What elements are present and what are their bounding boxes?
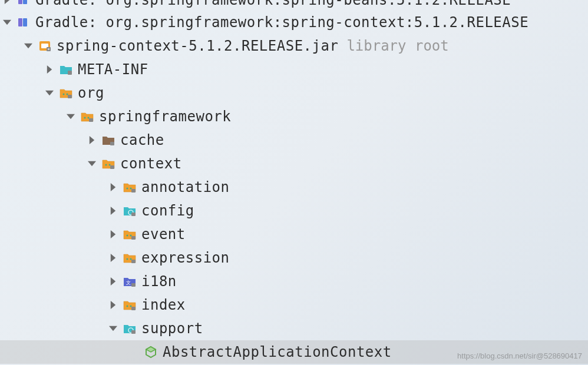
tree-label: context: [120, 155, 182, 172]
svg-rect-8: [68, 71, 72, 75]
package-icon: [123, 180, 137, 194]
tree-label: annotation: [141, 179, 230, 195]
tree-row[interactable]: spring-context-5.1.2.RELEASE.jar library…: [0, 34, 588, 58]
tree-label: spring-context-5.1.2.RELEASE.jar: [57, 38, 338, 54]
svg-rect-18: [110, 165, 114, 169]
svg-point-9: [63, 94, 65, 95]
chevron-down-icon[interactable]: [65, 111, 77, 122]
tree-row[interactable]: config: [0, 199, 588, 223]
tree-label: cache: [120, 132, 164, 148]
svg-rect-36: [131, 330, 136, 334]
folder-i18n-icon: 文: [123, 274, 137, 288]
watermark: https://blog.csdn.net/sir@528690417: [457, 351, 582, 360]
svg-rect-15: [110, 142, 114, 145]
svg-rect-1: [23, 0, 27, 4]
tree-label: org: [78, 85, 104, 101]
tree-row[interactable]: Gradle: org.springframework:spring-conte…: [0, 11, 588, 34]
tree-row[interactable]: support: [0, 317, 588, 340]
svg-rect-3: [23, 18, 27, 26]
svg-text:文: 文: [126, 280, 131, 286]
tree-label: config: [141, 203, 194, 219]
folder-config-icon: [123, 321, 137, 336]
tree-row[interactable]: 文 i18n: [0, 270, 588, 293]
tree-row[interactable]: org: [0, 81, 588, 105]
svg-point-27: [127, 258, 128, 260]
chevron-right-icon[interactable]: [86, 134, 98, 146]
tree-label: META-INF: [78, 61, 148, 78]
tree-label: springframework: [99, 108, 231, 125]
chevron-right-icon[interactable]: [44, 64, 55, 75]
svg-rect-34: [131, 307, 136, 310]
tree-row[interactable]: annotation: [0, 175, 588, 199]
chevron-down-icon[interactable]: [86, 158, 98, 170]
svg-point-12: [84, 117, 86, 119]
svg-rect-26: [131, 236, 136, 240]
svg-rect-0: [18, 0, 22, 4]
svg-point-25: [130, 235, 132, 237]
svg-rect-14: [89, 118, 93, 122]
tree-row[interactable]: cache: [0, 128, 588, 152]
project-tree: Gradle: org.springframework:spring-beans…: [0, 11, 588, 364]
svg-point-10: [67, 94, 68, 95]
svg-point-16: [105, 164, 107, 166]
folder-config-icon: [123, 204, 137, 218]
svg-rect-21: [131, 189, 136, 193]
tree-label: Gradle: org.springframework:spring-beans…: [35, 0, 511, 8]
tree-label: index: [141, 297, 186, 313]
svg-point-33: [130, 306, 132, 307]
chevron-down-icon[interactable]: [44, 87, 55, 99]
svg-point-20: [130, 188, 132, 190]
chevron-right-icon[interactable]: [1, 0, 13, 6]
svg-point-24: [127, 235, 128, 237]
package-icon: [123, 227, 137, 241]
tree-label: expression: [141, 250, 230, 266]
tree-row[interactable]: expression: [0, 246, 588, 270]
svg-point-13: [88, 117, 90, 119]
package-icon: [123, 251, 137, 265]
tree-row[interactable]: springframework: [0, 105, 588, 128]
jar-icon: [38, 39, 52, 53]
chevron-right-icon[interactable]: [107, 205, 119, 217]
class-icon: [144, 345, 158, 359]
package-icon: [59, 86, 73, 100]
tree-label: AbstractApplicationContext: [163, 344, 392, 360]
chevron-down-icon[interactable]: [22, 40, 34, 52]
chevron-right-icon[interactable]: [107, 299, 119, 311]
tree-label: Gradle: org.springframework:spring-conte…: [35, 14, 528, 31]
library-icon: [16, 15, 31, 29]
tree-row[interactable]: event: [0, 223, 588, 246]
svg-point-17: [109, 164, 111, 166]
tree-row[interactable]: index: [0, 293, 588, 317]
tree-label: i18n: [141, 273, 177, 290]
chevron-right-icon[interactable]: [107, 252, 119, 264]
package-icon: [101, 157, 115, 171]
chevron-right-icon[interactable]: [107, 276, 119, 287]
package-icon: [123, 298, 137, 312]
tree-row[interactable]: Gradle: org.springframework:spring-beans…: [0, 0, 588, 12]
chevron-right-icon[interactable]: [107, 181, 119, 193]
tree-row[interactable]: META-INF: [0, 58, 588, 81]
svg-rect-11: [68, 95, 72, 98]
svg-rect-31: [131, 283, 136, 287]
chevron-down-icon[interactable]: [107, 323, 119, 334]
tree-label-suffix: library root: [346, 38, 448, 54]
tree-label: event: [141, 226, 186, 243]
svg-rect-2: [18, 18, 22, 26]
svg-rect-29: [131, 260, 136, 263]
svg-point-28: [130, 258, 132, 260]
folder-resources-icon: [101, 133, 115, 147]
tree-label: support: [141, 320, 203, 337]
library-icon: [16, 0, 31, 7]
svg-point-32: [127, 306, 128, 307]
svg-point-19: [127, 188, 128, 190]
svg-rect-7: [48, 48, 49, 50]
svg-rect-23: [131, 213, 136, 216]
chevron-right-icon[interactable]: [107, 228, 119, 240]
package-icon: [80, 110, 94, 124]
tree-row[interactable]: context: [0, 152, 588, 175]
chevron-down-icon[interactable]: [1, 16, 13, 28]
folder-config-icon: [59, 62, 73, 77]
